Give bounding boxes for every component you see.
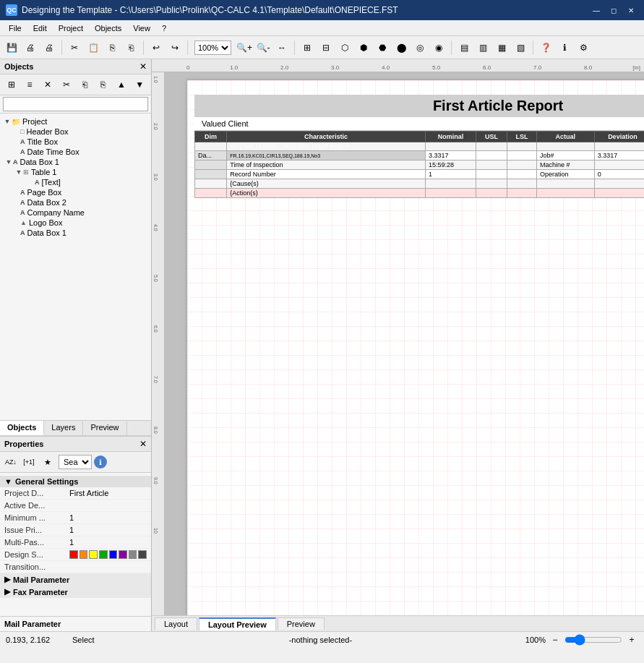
help-button[interactable]: ❓ (537, 39, 554, 56)
tree-node-project[interactable]: ▼ 📁 Project (0, 116, 151, 127)
prop-row-minimum[interactable]: Minimum ... 1 (0, 512, 151, 524)
minimize-button[interactable]: — (589, 3, 604, 17)
restore-button[interactable]: ◻ (606, 3, 621, 17)
copy-obj-button[interactable]: ⊞ (299, 39, 316, 56)
section-mail-parameter[interactable]: ▶ Mail Parameter (0, 573, 151, 586)
paste-button[interactable]: ⎘ (103, 39, 121, 56)
print-button[interactable]: 🖨 (22, 39, 39, 56)
tree-node-title-box[interactable]: A Title Box (0, 137, 151, 147)
obj-view2-button[interactable]: ≡ (21, 76, 38, 93)
print2-button[interactable]: 🖨 (40, 39, 58, 56)
tab-layout[interactable]: Layout (155, 617, 197, 630)
cut-button[interactable]: ✂ (66, 39, 83, 56)
zoom-fit-button[interactable]: ↔ (273, 39, 291, 56)
canvas-scroll[interactable]: First Article Report November 21, 2023 1… (165, 72, 644, 615)
zoom-out-status-button[interactable]: − (549, 633, 562, 646)
ruler-h-5: 5.0 (432, 64, 440, 71)
tree-node-header-box[interactable]: □ Header Box (0, 127, 151, 137)
menu-help[interactable]: ? (156, 22, 172, 34)
zoom-slider[interactable] (564, 634, 622, 646)
props-filter-select[interactable]: Sea All (59, 455, 92, 469)
section-fax-parameter[interactable]: ▶ Fax Parameter (0, 586, 151, 598)
menu-file[interactable]: File (3, 22, 27, 34)
obj-cut-button[interactable]: ✂ (58, 76, 74, 93)
tab-layers[interactable]: Layers (44, 421, 83, 435)
obj-down-button[interactable]: ▼ (132, 76, 148, 93)
zoom-in-button[interactable]: 🔍+ (236, 39, 253, 56)
menu-project[interactable]: Project (53, 22, 89, 34)
zoom-out-button[interactable]: 🔍- (254, 39, 272, 56)
page: First Article Report November 21, 2023 1… (186, 80, 644, 615)
tab-preview-main[interactable]: Preview (278, 617, 325, 630)
obj-view1-button[interactable]: ⊞ (3, 76, 20, 93)
zoom-select[interactable]: 100% 50% 75% 125% 150% 200% (194, 40, 231, 55)
arrange7-button[interactable]: ▧ (512, 39, 529, 56)
arrange3-button[interactable]: ◉ (430, 39, 447, 56)
menu-view[interactable]: View (127, 22, 156, 34)
tree-node-data-box-1[interactable]: ▼ A Data Box 1 (0, 157, 151, 167)
section-general-settings[interactable]: ▼ General Settings (0, 476, 151, 487)
align-center-button[interactable]: ⬢ (355, 39, 372, 56)
ruler-h-6: 6.0 (483, 64, 491, 71)
zoom-in-status-button[interactable]: + (625, 633, 638, 646)
arrange2-button[interactable]: ◎ (411, 39, 429, 56)
tree-label-page-box: Page Box (27, 188, 62, 197)
props-sort-button[interactable]: AZ↓ (3, 453, 19, 471)
obj-delete-button[interactable]: ✕ (40, 76, 56, 93)
table-row-4: {Cause(s) (195, 179, 645, 189)
obj-paste-button[interactable]: ⎘ (95, 76, 111, 93)
align-left-button[interactable]: ⬡ (336, 39, 353, 56)
properties-close-button[interactable]: ✕ (139, 439, 147, 449)
arrange6-button[interactable]: ▦ (493, 39, 510, 56)
undo-button[interactable]: ↩ (147, 39, 165, 56)
arrange4-button[interactable]: ▤ (455, 39, 473, 56)
tree-node-company-name[interactable]: A Company Name (0, 208, 151, 218)
props-star-button[interactable]: ★ (39, 453, 56, 471)
col-deviation: Deviation (594, 132, 644, 142)
objects-search-input[interactable] (3, 97, 148, 111)
tree-node-data-box-1b[interactable]: A Data Box 1 (0, 228, 151, 238)
tree-expand-databox1[interactable]: ▼ (4, 158, 13, 166)
tab-preview[interactable]: Preview (83, 421, 126, 435)
props-info-button[interactable]: ℹ (94, 455, 107, 469)
tree-expand-table1[interactable]: ▼ (14, 168, 23, 176)
paste2-button[interactable]: ⎗ (122, 39, 139, 56)
settings-button[interactable]: ⚙ (575, 39, 592, 56)
table-icon: ⊞ (23, 168, 29, 176)
align-right-button[interactable]: ⬣ (374, 39, 391, 56)
prop-row-design-s[interactable]: Design S... (0, 549, 151, 561)
arrange5-button[interactable]: ▥ (474, 39, 491, 56)
prop-row-transition[interactable]: Transition... (0, 561, 151, 573)
tree-label-company-name: Company Name (27, 208, 85, 217)
tree-node-logo-box[interactable]: ▲ Logo Box (0, 218, 151, 228)
obj-up-button[interactable]: ▲ (113, 76, 129, 93)
report-table: Dim Characteristic Nominal USL LSL Actua… (194, 131, 644, 198)
properties-panel: Properties ✕ AZ↓ [+1] ★ Sea All ℹ ▼ Gene… (0, 436, 151, 631)
tab-layout-preview[interactable]: Layout Preview (199, 617, 276, 630)
tab-objects[interactable]: Objects (0, 421, 44, 435)
arrange1-button[interactable]: ⬤ (392, 39, 410, 56)
menu-objects[interactable]: Objects (89, 22, 127, 34)
tree-node-text[interactable]: A [Text] (0, 177, 151, 187)
prop-row-active-de[interactable]: Active De... (0, 500, 151, 512)
objects-close-button[interactable]: ✕ (139, 61, 147, 72)
redo-button[interactable]: ↪ (166, 39, 184, 56)
tree-node-page-box[interactable]: A Page Box (0, 187, 151, 197)
props-plus-button[interactable]: [+1] (21, 453, 37, 471)
save-button[interactable]: 💾 (3, 39, 20, 56)
tree-node-table-1[interactable]: ▼ ⊞ Table 1 (0, 167, 151, 177)
obj-copy-button[interactable]: ⎗ (77, 76, 93, 93)
tree-node-data-box-2[interactable]: A Data Box 2 (0, 197, 151, 208)
prop-row-project-desc[interactable]: Project D... First Article (0, 487, 151, 500)
prop-row-issue-pri[interactable]: Issue Pri... 1 (0, 524, 151, 536)
copy-button[interactable]: 📋 (85, 39, 102, 56)
table-subheader-row: SEQ 188.15 KC01 CIR13 SEQ 18&15 KC01 Y (195, 142, 645, 151)
prop-row-multi-pas[interactable]: Multi-Pas... 1 (0, 536, 151, 549)
question-button[interactable]: ℹ (556, 39, 573, 56)
tree-node-date-box[interactable]: A Date Time Box (0, 147, 151, 157)
paste-obj-button[interactable]: ⊟ (317, 39, 335, 56)
menu-edit[interactable]: Edit (27, 22, 53, 34)
tree-expand-project[interactable]: ▼ (3, 118, 12, 125)
ruler-v-2: 3.0 (153, 174, 158, 181)
close-button[interactable]: ✕ (624, 3, 638, 17)
